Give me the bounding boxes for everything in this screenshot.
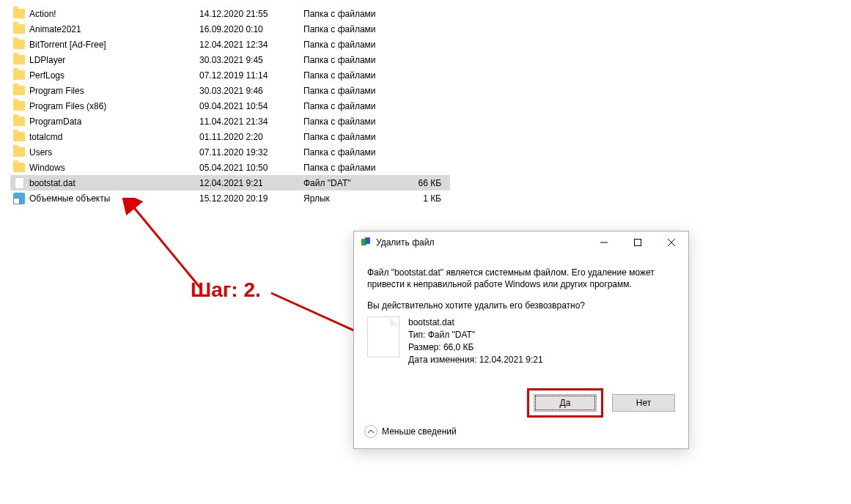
file-type-cell: Папка с файлами bbox=[303, 40, 406, 50]
file-list: Action!14.12.2020 21:55Папка с файламиAn… bbox=[10, 6, 450, 206]
file-type-cell: Папка с файлами bbox=[303, 101, 406, 111]
file-row[interactable]: Program Files30.03.2021 9:46Папка с файл… bbox=[10, 83, 450, 98]
file-date-cell: 09.04.2021 10:54 bbox=[199, 101, 303, 111]
folder-icon bbox=[13, 147, 25, 157]
file-type-cell: Папка с файлами bbox=[303, 147, 406, 158]
folder-icon bbox=[13, 40, 25, 49]
file-name-cell: Animate2021 bbox=[26, 24, 199, 34]
folder-icon bbox=[13, 55, 25, 64]
file-row[interactable]: bootstat.dat12.04.2021 9:21Файл "DAT"66 … bbox=[10, 175, 450, 190]
folder-icon bbox=[13, 9, 25, 18]
file-thumbnail-icon bbox=[367, 316, 399, 357]
file-size-cell: 1 КБ bbox=[406, 193, 447, 204]
shortcut-icon bbox=[13, 193, 25, 204]
delete-file-dialog: Удалить файл Файл "bootstat.dat" являетс… bbox=[353, 231, 689, 449]
file-name-cell: BitTorrent [Ad-Free] bbox=[26, 40, 199, 50]
folder-icon bbox=[13, 101, 25, 111]
file-name-cell: totalcmd bbox=[26, 132, 199, 142]
file-row[interactable]: Animate202116.09.2020 0:10Папка с файлам… bbox=[10, 21, 450, 37]
minimize-button[interactable] bbox=[587, 231, 621, 253]
file-date-cell: 11.04.2021 21:34 bbox=[199, 116, 303, 127]
dialog-body: Файл "bootstat.dat" является системным ф… bbox=[354, 253, 688, 366]
no-button[interactable]: Нет bbox=[612, 394, 675, 412]
highlight-box: Да bbox=[527, 388, 603, 418]
file-name-cell: Объемные объекты bbox=[26, 193, 199, 204]
file-name-cell: Windows bbox=[26, 163, 199, 173]
file-type-cell: Папка с файлами bbox=[303, 132, 406, 142]
file-name-cell: Action! bbox=[26, 9, 199, 19]
file-row[interactable]: BitTorrent [Ad-Free]12.04.2021 12:34Папк… bbox=[10, 37, 450, 52]
detail-file-name: bootstat.dat bbox=[408, 316, 543, 329]
file-type-cell: Папка с файлами bbox=[303, 9, 406, 19]
svg-rect-3 bbox=[635, 240, 641, 246]
step-annotation: Шаг: 2. bbox=[191, 278, 261, 302]
maximize-button[interactable] bbox=[621, 231, 655, 253]
file-type-cell: Файл "DAT" bbox=[303, 178, 406, 188]
dialog-app-icon bbox=[360, 237, 372, 248]
svg-line-0 bbox=[132, 205, 202, 289]
file-type-cell: Папка с файлами bbox=[303, 55, 406, 65]
yes-button[interactable]: Да bbox=[534, 394, 597, 412]
file-date-cell: 30.03.2021 9:45 bbox=[199, 55, 303, 65]
dialog-button-row: Да Нет bbox=[527, 388, 675, 418]
file-row[interactable]: Windows05.04.2021 10:50Папка с файлами bbox=[10, 160, 450, 175]
detail-file-date: Дата изменения: 12.04.2021 9:21 bbox=[408, 354, 543, 366]
file-row[interactable]: Users07.11.2020 19:32Папка с файлами bbox=[10, 144, 450, 160]
warning-text: Файл "bootstat.dat" является системным ф… bbox=[367, 267, 675, 290]
file-name-cell: PerfLogs bbox=[26, 70, 199, 81]
file-detail: bootstat.dat Тип: Файл "DAT" Размер: 66,… bbox=[367, 316, 675, 366]
file-date-cell: 12.04.2021 12:34 bbox=[199, 40, 303, 50]
file-date-cell: 14.12.2020 21:55 bbox=[199, 9, 303, 19]
file-icon bbox=[15, 177, 24, 189]
file-size-cell: 66 КБ bbox=[406, 178, 447, 188]
less-info-label: Меньше сведений bbox=[382, 426, 457, 437]
file-date-cell: 01.11.2020 2:20 bbox=[199, 132, 303, 142]
dialog-title: Удалить файл bbox=[376, 237, 587, 248]
chevron-up-icon bbox=[364, 425, 377, 438]
folder-icon bbox=[13, 70, 25, 80]
warning-line1: Файл "bootstat.dat" является системным ф… bbox=[367, 267, 655, 278]
close-button[interactable] bbox=[655, 231, 688, 253]
file-row[interactable]: Объемные объекты15.12.2020 20:19Ярлык1 К… bbox=[10, 190, 450, 206]
file-date-cell: 30.03.2021 9:46 bbox=[199, 86, 303, 96]
file-name-cell: LDPlayer bbox=[26, 55, 199, 65]
file-type-cell: Папка с файлами bbox=[303, 116, 406, 127]
detail-file-size: Размер: 66,0 КБ bbox=[408, 341, 543, 354]
file-date-cell: 07.11.2020 19:32 bbox=[199, 147, 303, 158]
file-row[interactable]: ProgramData11.04.2021 21:34Папка с файла… bbox=[10, 114, 450, 129]
folder-icon bbox=[13, 24, 25, 34]
file-date-cell: 16.09.2020 0:10 bbox=[199, 24, 303, 34]
file-row[interactable]: LDPlayer30.03.2021 9:45Папка с файлами bbox=[10, 52, 450, 67]
file-type-cell: Папка с файлами bbox=[303, 70, 406, 81]
file-type-cell: Папка с файлами bbox=[303, 163, 406, 173]
file-name-cell: Users bbox=[26, 147, 199, 158]
warning-line2: привести к неправильной работе Windows и… bbox=[367, 279, 632, 289]
detail-file-type: Тип: Файл "DAT" bbox=[408, 329, 543, 341]
file-type-cell: Папка с файлами bbox=[303, 24, 406, 34]
file-date-cell: 12.04.2021 9:21 bbox=[199, 178, 303, 188]
folder-icon bbox=[13, 116, 25, 126]
file-name-cell: ProgramData bbox=[26, 116, 199, 127]
folder-icon bbox=[13, 86, 25, 95]
file-row[interactable]: Action!14.12.2020 21:55Папка с файлами bbox=[10, 6, 450, 21]
file-date-cell: 05.04.2021 10:50 bbox=[199, 163, 303, 173]
folder-icon bbox=[13, 132, 25, 141]
file-type-cell: Папка с файлами bbox=[303, 86, 406, 96]
file-row[interactable]: totalcmd01.11.2020 2:20Папка с файлами bbox=[10, 129, 450, 144]
folder-icon bbox=[13, 163, 25, 172]
file-row[interactable]: PerfLogs07.12.2019 11:14Папка с файлами bbox=[10, 67, 450, 83]
file-name-cell: Program Files (x86) bbox=[26, 101, 199, 111]
confirm-text: Вы действительно хотите удалить его безв… bbox=[367, 300, 675, 311]
file-type-cell: Ярлык bbox=[303, 193, 406, 204]
file-name-cell: bootstat.dat bbox=[26, 178, 199, 188]
file-name-cell: Program Files bbox=[26, 86, 199, 96]
file-row[interactable]: Program Files (x86)09.04.2021 10:54Папка… bbox=[10, 98, 450, 114]
file-date-cell: 15.12.2020 20:19 bbox=[199, 193, 303, 204]
dialog-titlebar[interactable]: Удалить файл bbox=[354, 231, 688, 253]
less-info-toggle[interactable]: Меньше сведений bbox=[364, 425, 457, 438]
file-date-cell: 07.12.2019 11:14 bbox=[199, 70, 303, 81]
